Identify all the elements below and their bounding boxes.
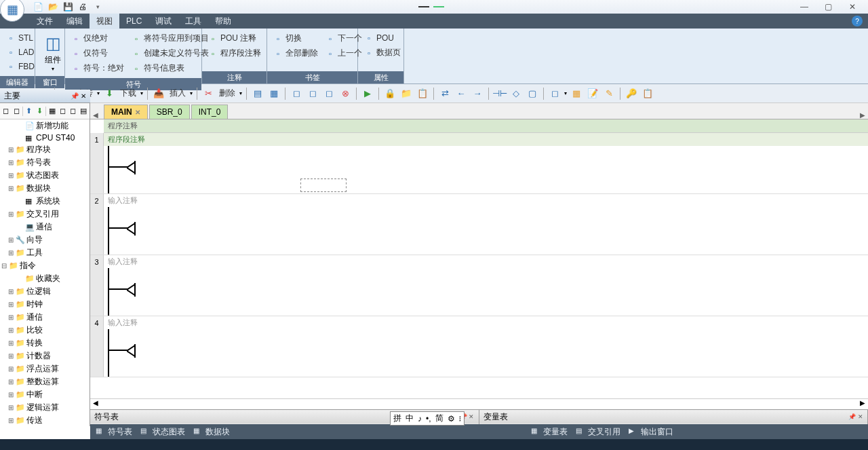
tree-位逻辑[interactable]: ⊞📁位逻辑	[0, 285, 90, 298]
ribbon-POU 注释[interactable]: ▫POU 注释	[205, 31, 264, 45]
tree-交叉引用[interactable]: ⊞📁交叉引用	[0, 208, 90, 221]
tool-icon[interactable]: ▤	[79, 106, 88, 117]
status-符号表[interactable]: ▦符号表	[96, 426, 132, 438]
tool-icon[interactable]: 🔑	[625, 87, 638, 100]
ladder-editor[interactable]: 程序注释 1程序段注释2输入注释3输入注释4输入注释	[90, 119, 868, 398]
tree-新增功能[interactable]: 📄新增功能	[0, 119, 90, 132]
ime-btn[interactable]: 简	[435, 413, 443, 424]
status-状态图表[interactable]: ▤状态图表	[140, 426, 185, 438]
network-4[interactable]: 4输入注释	[90, 316, 868, 377]
ribbon-STL[interactable]: ▫STL	[3, 31, 37, 45]
tool-icon[interactable]: 📋	[416, 87, 429, 100]
tool-icon[interactable]: ⊗	[338, 87, 352, 100]
component-button[interactable]: ◫组件▾	[38, 31, 68, 73]
close-button[interactable]: ✕	[849, 2, 860, 12]
tool-icon[interactable]: ⬆	[24, 106, 34, 117]
ribbon-数据页[interactable]: ▫数据页	[361, 45, 403, 60]
ribbon-POU[interactable]: ▫POU	[361, 31, 403, 45]
scroll-left[interactable]: ◀	[90, 399, 101, 409]
tab-SBR_0[interactable]: SBR_0	[149, 105, 190, 119]
network-3[interactable]: 3输入注释	[90, 255, 868, 316]
menu-PLC[interactable]: PLC	[119, 14, 149, 28]
ribbon-符号信息表[interactable]: ▫符号信息表	[128, 61, 212, 75]
delete-label[interactable]: 删除	[218, 88, 237, 99]
qat-dropdown-icon[interactable]: ▾	[92, 1, 103, 12]
menu-视图[interactable]: 视图	[90, 14, 119, 29]
ribbon-LAD[interactable]: ▫LAD	[3, 45, 37, 59]
tree-状态图表[interactable]: ⊞📁状态图表	[0, 169, 90, 182]
tree-转换[interactable]: ⊞📁转换	[0, 337, 90, 350]
tree-计数器[interactable]: ⊞📁计数器	[0, 350, 90, 362]
tool-icon[interactable]: ◻	[548, 87, 561, 100]
coil-icon[interactable]: ◇	[509, 87, 523, 100]
tool-icon[interactable]: ▦	[267, 87, 281, 100]
ribbon-切换[interactable]: ▫切换	[270, 31, 321, 45]
tool-icon[interactable]: ◻	[290, 87, 303, 100]
menu-帮助[interactable]: 帮助	[208, 14, 238, 29]
tool-icon[interactable]: ←	[454, 87, 468, 100]
contact-icon[interactable]: ⊣⊢	[493, 87, 507, 100]
insert-label[interactable]: 插入	[168, 88, 187, 99]
ribbon-全部删除[interactable]: ▫全部删除	[270, 46, 321, 60]
tool-icon[interactable]: ◻	[1, 106, 11, 117]
lock-icon[interactable]: 🔒	[383, 87, 397, 100]
status-变量表[interactable]: ▦变量表	[531, 426, 568, 438]
tree-收藏夹[interactable]: 📁收藏夹	[0, 272, 90, 285]
ime-btn[interactable]: 中	[406, 413, 414, 424]
ime-btn[interactable]: ፧	[459, 414, 461, 424]
tool-icon[interactable]: 📁	[399, 87, 413, 100]
tree-指令[interactable]: ⊟📁指令	[0, 259, 90, 272]
box-icon[interactable]: ▢	[526, 87, 539, 100]
tree-浮点运算[interactable]: ⊞📁浮点运算	[0, 362, 90, 375]
tree-程序块[interactable]: ⊞📁程序块	[0, 143, 90, 156]
network-2[interactable]: 2输入注释	[90, 194, 868, 255]
menu-文件[interactable]: 文件	[30, 14, 60, 29]
save-icon[interactable]: 💾	[62, 1, 73, 12]
ribbon-将符号应用到项目[interactable]: ▫将符号应用到项目	[128, 31, 212, 45]
tool-icon[interactable]: ◻	[58, 106, 67, 117]
ribbon-程序段注释[interactable]: ▫程序段注释	[205, 46, 264, 60]
ime-btn[interactable]: •,	[426, 414, 431, 424]
tree-数据块[interactable]: ⊞📁数据块	[0, 182, 90, 195]
tool-icon[interactable]: ▦	[47, 106, 57, 117]
status-交叉引用[interactable]: ▤交叉引用	[576, 426, 620, 438]
status-输出窗口[interactable]: ▶输出窗口	[629, 426, 673, 438]
tool-icon[interactable]: 📋	[641, 87, 654, 100]
tree-整数运算[interactable]: ⊞📁整数运算	[0, 375, 90, 388]
download-icon[interactable]: ⬇	[102, 87, 116, 100]
ribbon-仅符号[interactable]: ▫仅符号	[68, 46, 127, 60]
maximize-button[interactable]: ▢	[825, 2, 835, 12]
tab-nav-left[interactable]: ◀	[93, 111, 98, 119]
tool-icon[interactable]: ▦	[570, 87, 583, 100]
tool-icon[interactable]: ⇄	[438, 87, 452, 100]
tool-icon[interactable]: 📝	[586, 87, 599, 100]
menu-调试[interactable]: 调试	[149, 14, 178, 29]
tree-CPU ST40[interactable]: ▦CPU ST40	[0, 132, 90, 143]
minimize-button[interactable]: —	[800, 2, 811, 12]
tree-逻辑运算[interactable]: ⊞📁逻辑运算	[0, 401, 90, 414]
tree-时钟[interactable]: ⊞📁时钟	[0, 298, 90, 311]
tree-符号表[interactable]: ⊞📁符号表	[0, 156, 90, 169]
pin-icon[interactable]: 📌 ✕	[71, 92, 86, 100]
tool-icon[interactable]: ◻	[322, 87, 336, 100]
help-icon[interactable]: ?	[852, 16, 863, 26]
tool-icon[interactable]: ◻	[12, 106, 22, 117]
tab-MAIN[interactable]: MAIN✕	[104, 105, 148, 119]
tree-通信[interactable]: 💻通信	[0, 221, 90, 233]
insert-icon[interactable]: 📥	[152, 87, 165, 100]
tool-icon[interactable]: ⬇	[35, 106, 44, 117]
scroll-right[interactable]: ▶	[857, 399, 868, 409]
download-label[interactable]: 下载	[119, 88, 138, 99]
tool-icon[interactable]: ◻	[306, 87, 319, 100]
tool-icon[interactable]: ◻	[68, 106, 78, 117]
ribbon-符号：绝对[interactable]: ▫符号：绝对	[68, 61, 127, 75]
tree-系统块[interactable]: ▦系统块	[0, 195, 90, 208]
variable-table-panel-header[interactable]: 变量表📌 ✕	[479, 410, 868, 424]
ribbon-创建未定义符号表[interactable]: ▫创建未定义符号表	[128, 46, 212, 60]
open-icon[interactable]: 📂	[47, 1, 58, 12]
new-icon[interactable]: 📄	[33, 1, 43, 12]
delete-icon[interactable]: ✂	[201, 87, 215, 100]
print-icon[interactable]: 🖨	[77, 1, 88, 12]
status-数据块[interactable]: ▦数据块	[193, 426, 230, 438]
ime-toolbar[interactable]: 拼中♪•,简⚙፧	[390, 411, 465, 426]
